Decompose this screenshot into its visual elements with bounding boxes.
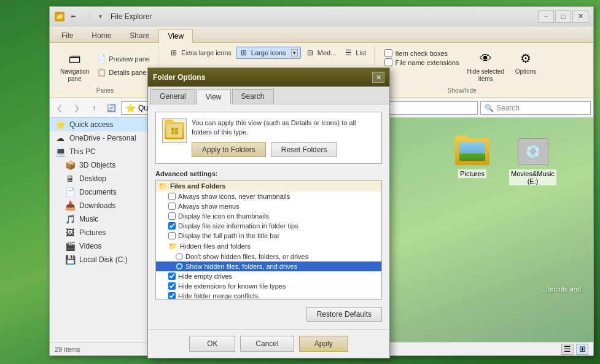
dont-show-hidden-label: Don't show hidden files, folders, or dri… [185, 253, 308, 260]
always-show-icons-cb[interactable] [168, 193, 176, 200]
dialog-title: Folder Options [153, 73, 372, 82]
restore-defaults-btn[interactable]: Restore Defaults [306, 307, 382, 322]
dialog-tab-bar: General View Search [148, 87, 389, 104]
folder-views-buttons: Apply to Folders Reset Folders [192, 142, 375, 157]
dialog-close-btn[interactable]: ✕ [372, 72, 384, 83]
folder-views-section: You can apply this view (such as Details… [155, 112, 382, 164]
display-file-size-item[interactable]: Display file size information in folder … [156, 221, 381, 231]
hidden-folder-icon: 📁 [168, 242, 177, 250]
dialog-footer: OK Cancel Apply [148, 329, 389, 358]
hide-extensions-cb[interactable] [168, 282, 176, 290]
hide-folder-merge-cb[interactable] [168, 292, 176, 300]
dialog-content: You can apply this view (such as Details… [148, 104, 389, 329]
dont-show-hidden-item[interactable]: Don't show hidden files, folders, or dri… [156, 252, 381, 261]
hide-folder-merge-label: Hide folder merge conflicts [178, 292, 258, 300]
files-and-folders-header: 📁 Files and Folders [156, 180, 381, 192]
dialog-tab-search[interactable]: Search [232, 89, 274, 104]
show-hidden-item[interactable]: Show hidden files, folders, and drives [156, 261, 381, 271]
dialog-tab-view[interactable]: View [197, 90, 231, 104]
show-hidden-radio[interactable] [176, 263, 183, 270]
always-show-menus-item[interactable]: Always show menus [156, 201, 381, 211]
hidden-files-folder-header: 📁 Hidden files and folders [156, 241, 381, 252]
folder-header-icon: 📁 [158, 182, 168, 190]
hide-folder-merge-item[interactable]: Hide folder merge conflicts [156, 291, 381, 300]
folder-views-text: You can apply this view (such as Details… [192, 118, 375, 137]
dialog-tab-general[interactable]: General [150, 89, 195, 104]
display-file-icon-item[interactable]: Display file icon on thumbnails [156, 211, 381, 221]
display-file-size-cb[interactable] [168, 222, 176, 230]
folder-views-description: You can apply this view (such as Details… [192, 118, 375, 157]
cancel-btn[interactable]: Cancel [240, 336, 294, 352]
dialog-overlay: Folder Options ✕ General View Search [0, 0, 600, 364]
apply-btn[interactable]: Apply [299, 336, 348, 352]
folder-views-icon [162, 118, 187, 143]
apply-to-folders-btn[interactable]: Apply to Folders [192, 142, 266, 157]
advanced-settings-list[interactable]: 📁 Files and Folders Always show icons, n… [155, 180, 382, 300]
dialog-title-bar: Folder Options ✕ [148, 68, 389, 87]
display-full-path-label: Display the full path in the title bar [178, 232, 279, 239]
files-folders-label: Files and Folders [170, 182, 225, 190]
display-file-size-label: Display file size information in folder … [178, 222, 298, 230]
advanced-label: Advanced settings: [155, 170, 382, 177]
dont-show-hidden-radio[interactable] [176, 253, 183, 260]
always-show-menus-cb[interactable] [168, 203, 176, 210]
hide-empty-drives-item[interactable]: Hide empty drives [156, 271, 381, 281]
always-show-menus-label: Always show menus [178, 203, 240, 210]
always-show-icons-label: Always show icons, never thumbnails [178, 193, 290, 200]
display-file-icon-label: Display file icon on thumbnails [178, 212, 269, 220]
reset-folders-btn[interactable]: Reset Folders [271, 142, 338, 157]
hide-extensions-label: Hide extensions for known file types [178, 282, 286, 290]
display-file-icon-cb[interactable] [168, 212, 176, 220]
show-hidden-label: Show hidden files, folders, and drives [185, 263, 297, 270]
hide-extensions-item[interactable]: Hide extensions for known file types [156, 281, 381, 291]
hide-empty-drives-cb[interactable] [168, 273, 176, 280]
ok-btn[interactable]: OK [189, 336, 235, 352]
folder-options-dialog: Folder Options ✕ General View Search [147, 68, 390, 358]
always-show-icons-item[interactable]: Always show icons, never thumbnails [156, 192, 381, 201]
folder-views-row: You can apply this view (such as Details… [162, 118, 375, 157]
display-full-path-cb[interactable] [168, 232, 176, 239]
display-full-path-item[interactable]: Display the full path in the title bar [156, 231, 381, 241]
hide-empty-drives-label: Hide empty drives [178, 273, 232, 280]
hidden-files-label: Hidden files and folders [180, 242, 251, 250]
